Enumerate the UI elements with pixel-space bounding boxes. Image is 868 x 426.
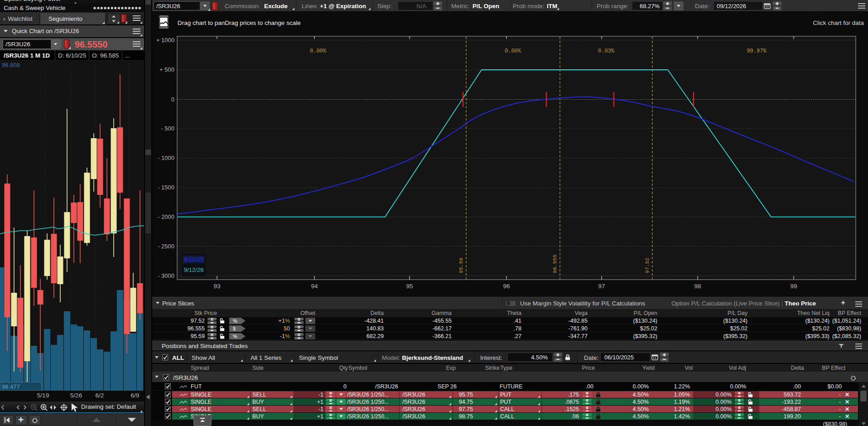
svg-text:0.03%: 0.03% [598, 48, 615, 54]
svg-text:0.00%: 0.00% [310, 48, 327, 54]
svg-text:0.00%: 0.00% [505, 48, 521, 54]
svg-text:6/10/25: 6/10/25 [184, 256, 203, 263]
svg-text:9/12/26: 9/12/26 [184, 266, 203, 273]
svg-text:97.52: 97.52 [644, 257, 650, 273]
svg-text:96.555: 96.555 [552, 254, 558, 273]
svg-text:95.59: 95.59 [458, 257, 464, 273]
svg-text:99.97%: 99.97% [747, 48, 767, 54]
